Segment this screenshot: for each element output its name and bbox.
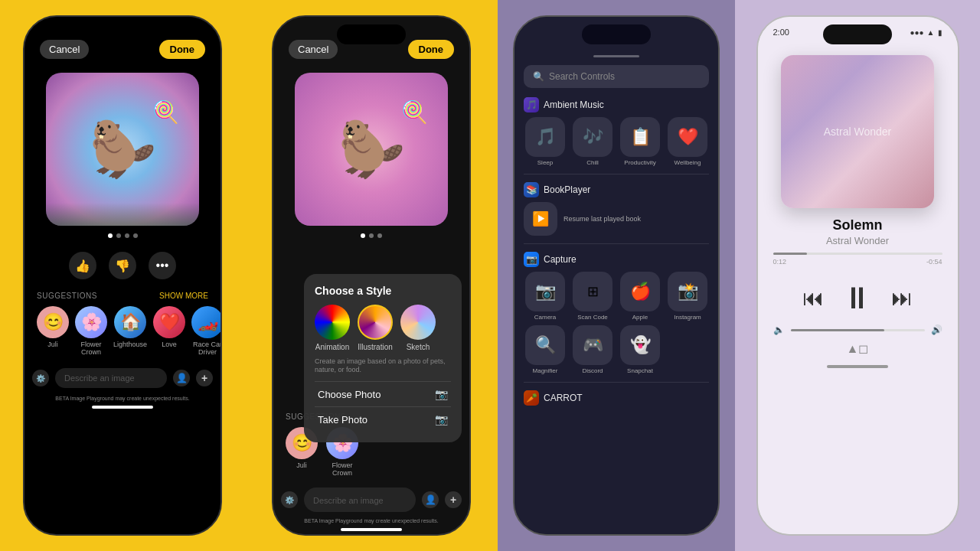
snapchat-btn: 👻 <box>620 325 660 365</box>
search-controls[interactable]: 🔍 Search Controls <box>524 65 709 88</box>
apple-label: Apple <box>632 314 648 321</box>
dot-4 <box>133 233 138 238</box>
rewind-button[interactable]: ⏮ <box>802 285 824 311</box>
style-option-sketch[interactable]: Sketch <box>400 305 436 351</box>
show-more-button-1[interactable]: SHOW MORE <box>159 292 208 300</box>
track-info: Solemn Astral Wonder <box>758 217 958 246</box>
add-icon-1[interactable]: + <box>196 370 213 386</box>
style-description: Create an image based on a photo of pets… <box>315 357 451 375</box>
magnifier-label: Magnifier <box>533 367 558 374</box>
progress-times: 0:12 -0:54 <box>773 258 942 266</box>
suggestions-section-1: SUGGESTIONS SHOW MORE 😊 Juli 🌸 Flower Cr… <box>24 285 220 362</box>
home-indicator-2 <box>341 528 402 531</box>
style-option-animation[interactable]: Animation <box>315 305 350 351</box>
beta-badge-1: BETA Image Playground may create unexpec… <box>24 394 220 403</box>
discord-label: Discord <box>582 367 603 374</box>
suggestion-name-flower-2: Flower Crown <box>324 461 361 477</box>
progress-section: 0:12 -0:54 <box>758 253 958 266</box>
dynamic-island-2 <box>337 24 406 44</box>
bookplayer-label: Resume last played book <box>564 215 641 223</box>
add-icon-2[interactable]: + <box>445 491 462 508</box>
dot2-3 <box>377 233 382 238</box>
productivity-label: Productivity <box>624 159 655 166</box>
discord-control[interactable]: 🎮 Discord <box>571 325 614 374</box>
ambient-music-title: Ambient Music <box>544 99 604 110</box>
fast-forward-button[interactable]: ⏭ <box>891 285 913 311</box>
suggestion-flower[interactable]: 🌸 Flower Crown <box>75 306 107 356</box>
suggestions-list-1: 😊 Juli 🌸 Flower Crown 🏠 Lighthouse ❤️ Lo… <box>37 306 208 356</box>
choose-photo-label: Choose Photo <box>318 389 381 400</box>
take-photo-icon: 📷 <box>435 413 448 425</box>
capture-title: Capture <box>544 254 577 265</box>
pause-button[interactable]: ⏸ <box>842 281 873 315</box>
dynamic-island-1 <box>88 24 157 44</box>
dot-1 <box>108 233 113 238</box>
illustration-circle <box>358 305 393 340</box>
scan-code-control[interactable]: ⊞ Scan Code <box>571 272 614 321</box>
style-options: Animation Illustration Sketch <box>315 305 451 351</box>
suggestion-name-juli-2: Juli <box>296 461 307 469</box>
apple-control[interactable]: 🍎 Apple <box>619 272 662 321</box>
instagram-control[interactable]: 📸 Instagram <box>666 272 709 321</box>
input-placeholder-2: Describe an image <box>313 496 384 505</box>
magnifier-control[interactable]: 🔍 Magnifier <box>524 325 567 374</box>
choose-photo-action[interactable]: Choose Photo 📷 <box>315 381 451 406</box>
take-photo-action[interactable]: Take Photo 📷 <box>315 406 451 432</box>
choose-photo-icon: 📷 <box>435 388 448 400</box>
cancel-button-1[interactable]: Cancel <box>40 40 89 59</box>
panel-2: Cancel Done 🦫 🍭 Choose a Style <box>245 0 498 551</box>
style-name-sketch: Sketch <box>407 343 430 351</box>
suggestion-name-lighthouse: Lighthouse <box>113 341 147 348</box>
progress-bar[interactable] <box>773 253 942 255</box>
sleep-btn: 🎵 <box>525 117 565 157</box>
suggestion-juli[interactable]: 😊 Juli <box>37 306 69 356</box>
more-options-icon[interactable]: ••• <box>149 252 176 279</box>
input-settings-icon: ⚙️ <box>32 370 49 386</box>
suggestion-name-racecar: Race Car Driver <box>191 341 220 356</box>
wellbeing-control[interactable]: ❤️ Wellbeing <box>666 117 709 166</box>
suggestion-racecar[interactable]: 🏎️ Race Car Driver <box>191 306 220 356</box>
ambient-music-header: 🎵 Ambient Music <box>524 97 709 112</box>
chill-control[interactable]: 🎶 Chill <box>571 117 614 166</box>
style-option-illustration[interactable]: Illustration <box>358 305 393 351</box>
battery-icon: ▮ <box>938 28 942 37</box>
search-icon: 🔍 <box>533 71 544 82</box>
thumbs-up-icon[interactable]: 👍 <box>69 252 96 279</box>
suggestion-lighthouse[interactable]: 🏠 Lighthouse <box>113 306 147 356</box>
airplay-button[interactable]: ▲◻ <box>758 338 958 359</box>
suggestion-love[interactable]: ❤️ Love <box>153 306 185 356</box>
done-button-2[interactable]: Done <box>408 40 455 59</box>
track-artist: Astral Wonder <box>773 235 942 246</box>
input-settings-icon-2: ⚙️ <box>281 491 298 508</box>
dot2-1 <box>361 233 365 238</box>
carrot-icon: 🥕 <box>524 390 539 406</box>
volume-fill <box>791 329 885 331</box>
phone-1: Cancel Done 🦫 🍭 <box>23 15 222 536</box>
capture-section: 📷 Capture 📷 Camera ⊞ Scan Code 🍎 Apple <box>514 247 718 379</box>
camera-control[interactable]: 📷 Camera <box>524 272 567 321</box>
productivity-control[interactable]: 📋 Productivity <box>619 117 662 166</box>
magnifier-btn: 🔍 <box>525 325 565 365</box>
thumbs-down-icon[interactable]: 👎 <box>109 252 136 279</box>
cancel-button-2[interactable]: Cancel <box>289 40 338 59</box>
phone1-input-bar[interactable]: Describe an image <box>55 368 167 388</box>
volume-bar[interactable] <box>791 329 925 331</box>
snapchat-control[interactable]: 👻 Snapchat <box>619 325 662 374</box>
suggestion-avatar-lighthouse: 🏠 <box>114 306 146 338</box>
snapchat-label: Snapchat <box>627 367 653 374</box>
phone2-input-bar[interactable]: Describe an image <box>304 487 416 512</box>
phone1-screen: Cancel Done 🦫 🍭 <box>24 17 220 534</box>
bookplayer-play-control[interactable]: ▶️ Resume last played book <box>524 202 709 236</box>
camera-btn: 📷 <box>525 272 565 311</box>
dots-indicator-2 <box>361 233 382 238</box>
chill-label: Chill <box>586 159 599 166</box>
home-indicator-4 <box>827 365 888 368</box>
sleep-control[interactable]: 🎵 Sleep <box>524 117 567 166</box>
beaver-image-1: 🦫 🍭 <box>46 73 199 226</box>
done-button-1[interactable]: Done <box>159 40 206 59</box>
track-title: Solemn <box>773 217 942 233</box>
productivity-btn: 📋 <box>620 117 660 157</box>
discord-btn: 🎮 <box>573 325 612 365</box>
status-icons: ●●● ▲ ▮ <box>910 28 942 37</box>
bookplayer-icon: 📚 <box>524 182 539 197</box>
